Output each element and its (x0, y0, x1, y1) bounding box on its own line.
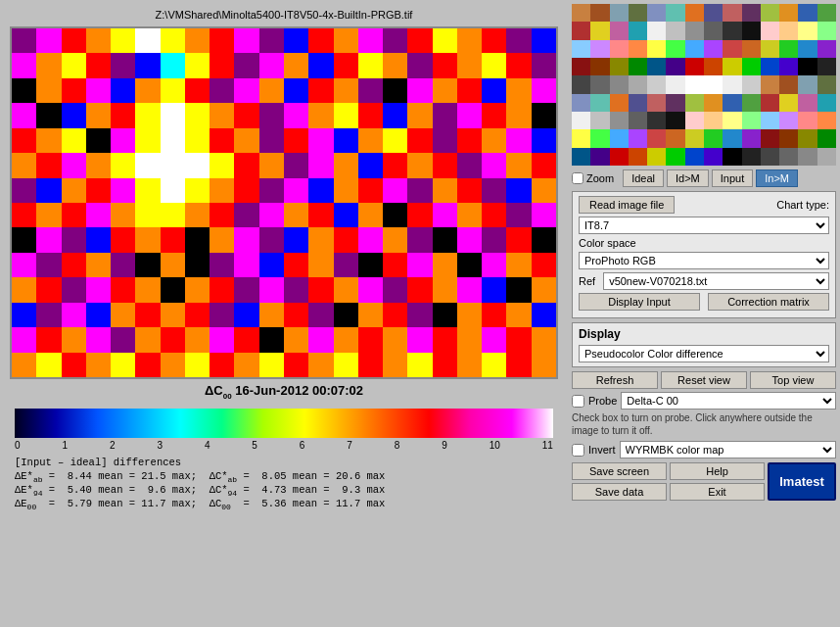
colormap-cell (383, 353, 407, 377)
stats-area: [Input – ideal] differences ΔE*ab = 8.44… (5, 453, 563, 515)
colormap-cell (185, 28, 210, 53)
probe-hint: Check box to turn on probe. Click anywhe… (572, 411, 836, 437)
thumb-cell (572, 112, 590, 129)
thumb-cell (798, 4, 817, 22)
main-image-area (10, 26, 558, 379)
thumb-cell (572, 129, 590, 147)
save-screen-btn[interactable]: Save screen (572, 462, 667, 480)
exit-btn[interactable]: Exit (670, 483, 765, 501)
colormap-cell (111, 303, 135, 327)
colormap-cell (36, 353, 61, 377)
thumb-cell (647, 148, 666, 166)
colormap-cell (234, 253, 258, 277)
colormap-cell (358, 178, 383, 203)
colormap-cell (308, 303, 333, 327)
colormap-cell (111, 28, 135, 53)
colormap-cell (111, 203, 135, 227)
refresh-btn[interactable]: Refresh (572, 371, 658, 389)
thumb-cell (742, 22, 761, 39)
ref-select[interactable]: v50new-V070218.txt (603, 272, 829, 290)
thumb-cell (798, 22, 817, 39)
colormap-bar (15, 409, 553, 438)
colormap-cell (210, 178, 234, 203)
thumb-cell (704, 4, 723, 22)
colormap-cell (308, 178, 333, 203)
colormap-cell (482, 103, 506, 127)
color-space-select[interactable]: ProPhoto RGB (579, 252, 829, 269)
colormap-cell (308, 53, 333, 77)
invert-label: Invert (588, 444, 616, 456)
thumb-cell (817, 94, 836, 112)
colormap-cell (62, 227, 86, 252)
colormap-cell (135, 128, 160, 153)
stats-line3: ΔE00 = 5.79 mean = 11.7 max; ΔC00 = 5.36… (15, 498, 553, 511)
colormap-cell (433, 128, 457, 153)
colormap-cell (308, 78, 333, 103)
read-image-btn[interactable]: Read image file (579, 196, 675, 214)
tab-idm[interactable]: Id>M (667, 169, 709, 187)
display-input-row: Display Input Correction matrix (579, 293, 829, 311)
colormap-cell (532, 178, 556, 203)
colormap-cell (36, 253, 61, 277)
colormap-cell (506, 153, 531, 177)
colormap-cell (482, 327, 506, 352)
colormap-cell (62, 203, 86, 227)
colormap-cell (334, 153, 358, 177)
colormap-cell (135, 327, 160, 352)
colormap-cell (284, 353, 308, 377)
colormap-cell (358, 153, 383, 177)
reset-view-btn[interactable]: Reset view (661, 371, 747, 389)
thumb-cell (742, 148, 761, 166)
colormap-cell (234, 227, 258, 252)
zoom-checkbox[interactable] (572, 172, 583, 184)
thumb-cell (666, 58, 684, 75)
colormap-cell (86, 78, 111, 103)
colormap-cell (62, 153, 86, 177)
color-space-select-row: ProPhoto RGB (579, 252, 829, 269)
thumb-cell (704, 112, 723, 129)
chart-type-select[interactable]: IT8.7 (579, 217, 829, 234)
colormap-cell (234, 78, 258, 103)
colormap-cell (334, 128, 358, 153)
thumbnail-area (572, 4, 836, 166)
tab-input[interactable]: Input (712, 169, 753, 187)
colormap-cell (407, 327, 432, 352)
colormap-cell (383, 103, 407, 127)
colormap-cell (259, 28, 284, 53)
display-input-btn[interactable]: Display Input (579, 293, 700, 311)
thumb-cell (572, 4, 590, 22)
correction-matrix-btn[interactable]: Correction matrix (708, 293, 829, 311)
zoom-row: Zoom Ideal Id>M Input In>M (572, 169, 836, 187)
colormap-cell (308, 327, 333, 352)
thumb-cell (647, 4, 666, 22)
colormap-cell (86, 327, 111, 352)
colormap-cell (334, 203, 358, 227)
display-dropdown[interactable]: Pseudocolor Color difference (579, 345, 829, 362)
thumb-cell (817, 58, 836, 75)
colormap-cell (506, 178, 531, 203)
thumb-cell (666, 112, 684, 129)
tab-inm[interactable]: In>M (756, 169, 798, 187)
thumb-cell (761, 129, 779, 147)
save-data-btn[interactable]: Save data (572, 483, 667, 501)
probe-checkbox[interactable] (572, 395, 584, 408)
colormap-cell (12, 327, 36, 352)
colormap-cell (433, 178, 457, 203)
colormap-cell (210, 103, 234, 127)
colormap-cell (259, 353, 284, 377)
thumb-cell (685, 75, 704, 93)
invert-checkbox[interactable] (572, 444, 584, 457)
top-view-btn[interactable]: Top view (750, 371, 836, 389)
probe-select[interactable]: Delta-C 00 (621, 392, 836, 410)
colormap-select[interactable]: WYRMBK color map (620, 441, 836, 458)
colormap-cell (86, 103, 111, 127)
tab-ideal[interactable]: Ideal (623, 169, 664, 187)
colormap-cell (185, 303, 210, 327)
help-btn[interactable]: Help (670, 462, 765, 480)
colormap-cell (383, 153, 407, 177)
colormap-cell (284, 203, 308, 227)
colormap-cell (135, 203, 160, 227)
thumb-cell (685, 40, 704, 58)
colormap-cell (334, 253, 358, 277)
colormap-cell (284, 103, 308, 127)
